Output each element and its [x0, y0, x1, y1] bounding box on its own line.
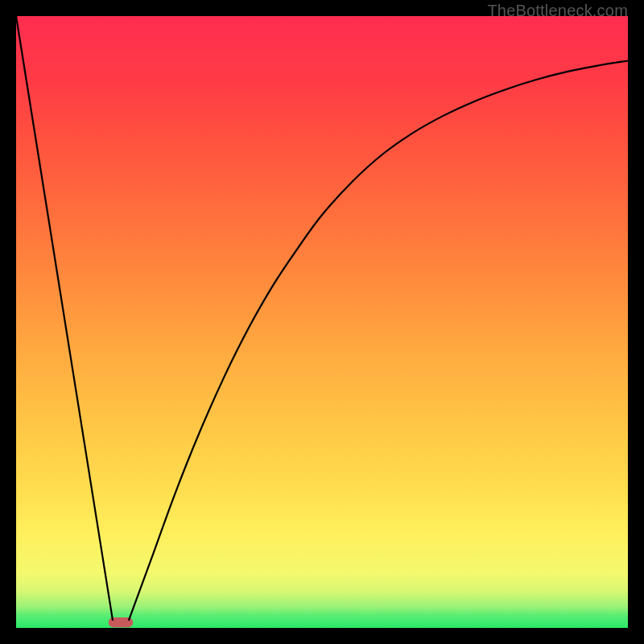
chart-frame: TheBottleneck.com	[0, 0, 644, 644]
right-curve	[129, 60, 628, 620]
watermark-text: TheBottleneck.com	[487, 2, 628, 20]
chart-svg	[16, 16, 628, 628]
plot-area	[16, 16, 628, 628]
left-line-curve	[16, 16, 113, 621]
